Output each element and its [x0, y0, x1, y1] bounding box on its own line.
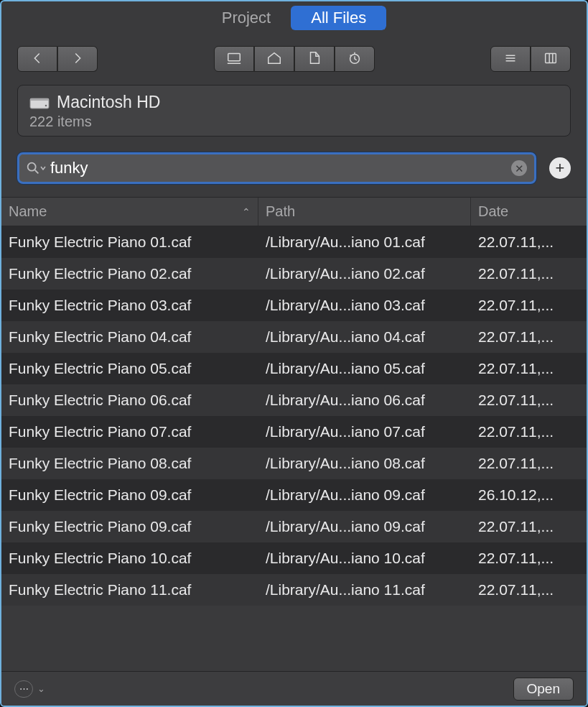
cell-date: 22.07.11,... — [471, 448, 587, 479]
cell-name: Funky Electric Piano 08.caf — [1, 448, 258, 479]
item-count: 222 items — [29, 114, 559, 130]
tab-all-files[interactable]: All Files — [291, 6, 386, 30]
cell-path: /Library/Au...iano 06.caf — [258, 384, 471, 416]
clock-icon — [347, 50, 363, 68]
cell-name: Funky Electric Piano 04.caf — [1, 321, 258, 353]
cell-path: /Library/Au...iano 01.caf — [258, 226, 471, 258]
column-header-date[interactable]: Date — [471, 198, 587, 226]
svg-point-11 — [45, 104, 47, 106]
list-icon — [503, 50, 518, 68]
cell-path: /Library/Au...iano 10.caf — [258, 542, 471, 574]
table-row[interactable]: Funky Electric Piano 02.caf/Library/Au..… — [1, 258, 587, 290]
cell-name: Funky Electric Piano 07.caf — [1, 416, 258, 448]
cell-name: Funky Electric Piano 01.caf — [1, 226, 258, 258]
search-row: ✕ + — [1, 137, 587, 191]
svg-point-12 — [28, 163, 36, 171]
table-row[interactable]: Funky Electric Piano 09.caf/Library/Au..… — [1, 511, 587, 542]
cell-path: /Library/Au...iano 05.caf — [258, 353, 471, 384]
tab-project[interactable]: Project — [202, 6, 291, 30]
scope-tabbar: Project All Files — [1, 1, 587, 32]
recent-button[interactable] — [335, 46, 375, 72]
chevron-right-icon — [70, 50, 85, 68]
computer-button[interactable] — [214, 46, 254, 72]
search-box[interactable]: ✕ — [17, 152, 536, 184]
table-row[interactable]: Funky Electric Piano 11.caf/Library/Au..… — [1, 574, 587, 606]
place-buttons — [214, 46, 375, 72]
columns-view-button[interactable] — [531, 46, 571, 72]
table-row[interactable]: Funky Electric Piano 08.caf/Library/Au..… — [1, 448, 587, 479]
action-menu-button[interactable]: ⋯ — [14, 680, 33, 698]
home-button[interactable] — [254, 46, 294, 72]
cell-path: /Library/Au...iano 07.caf — [258, 416, 471, 448]
action-menu-icon: ⋯ — [19, 683, 29, 694]
cell-name: Funky Electric Piano 02.caf — [1, 258, 258, 290]
home-icon — [266, 50, 282, 68]
cell-path: /Library/Au...iano 09.caf — [258, 511, 471, 542]
column-path-label: Path — [266, 203, 295, 220]
open-button[interactable]: Open — [513, 678, 574, 701]
back-button[interactable] — [17, 46, 57, 72]
svg-rect-6 — [546, 53, 556, 63]
cell-path: /Library/Au...iano 11.caf — [258, 574, 471, 606]
column-date-label: Date — [478, 203, 508, 220]
cell-path: /Library/Au...iano 04.caf — [258, 321, 471, 353]
clear-search-button[interactable]: ✕ — [511, 160, 527, 176]
view-buttons — [490, 46, 571, 72]
cell-date: 22.07.11,... — [471, 574, 587, 606]
cell-name: Funky Electric Piano 10.caf — [1, 542, 258, 574]
scope-segmented: Project All Files — [202, 6, 387, 30]
svg-rect-10 — [30, 98, 49, 101]
results-table: Name ⌃ Path Date Funky Electric Piano 01… — [1, 197, 587, 671]
table-row[interactable]: Funky Electric Piano 09.caf/Library/Au..… — [1, 479, 587, 511]
columns-icon — [543, 50, 559, 68]
table-row[interactable]: Funky Electric Piano 06.caf/Library/Au..… — [1, 384, 587, 416]
add-filter-button[interactable]: + — [549, 157, 571, 179]
column-header-path[interactable]: Path — [258, 198, 471, 226]
search-icon — [25, 160, 47, 176]
cell-date: 22.07.11,... — [471, 226, 587, 258]
action-menu-chevron[interactable]: ⌄ — [37, 683, 45, 694]
cell-date: 22.07.11,... — [471, 290, 587, 321]
cell-path: /Library/Au...iano 09.caf — [258, 479, 471, 511]
cell-name: Funky Electric Piano 06.caf — [1, 384, 258, 416]
list-view-button[interactable] — [490, 46, 531, 72]
clear-icon: ✕ — [515, 163, 524, 174]
table-row[interactable]: Funky Electric Piano 10.caf/Library/Au..… — [1, 542, 587, 574]
cell-name: Funky Electric Piano 09.caf — [1, 511, 258, 542]
cell-path: /Library/Au...iano 02.caf — [258, 258, 471, 290]
cell-path: /Library/Au...iano 03.caf — [258, 290, 471, 321]
column-name-label: Name — [9, 203, 47, 220]
table-header: Name ⌃ Path Date — [1, 198, 587, 226]
cell-name: Funky Electric Piano 11.caf — [1, 574, 258, 606]
plus-icon: + — [556, 159, 565, 177]
cell-date: 22.07.11,... — [471, 258, 587, 290]
cell-path: /Library/Au...iano 08.caf — [258, 448, 471, 479]
cell-date: 26.10.12,... — [471, 479, 587, 511]
project-button[interactable] — [294, 46, 335, 72]
column-header-name[interactable]: Name ⌃ — [1, 198, 258, 226]
table-row[interactable]: Funky Electric Piano 05.caf/Library/Au..… — [1, 353, 587, 384]
table-row[interactable]: Funky Electric Piano 04.caf/Library/Au..… — [1, 321, 587, 353]
search-input[interactable] — [50, 159, 511, 177]
cell-date: 22.07.11,... — [471, 384, 587, 416]
footer: ⋯ ⌄ Open — [1, 671, 587, 706]
cell-name: Funky Electric Piano 03.caf — [1, 290, 258, 321]
chevron-left-icon — [29, 50, 45, 68]
nav-buttons — [17, 46, 98, 72]
svg-rect-0 — [228, 53, 240, 60]
table-row[interactable]: Funky Electric Piano 01.caf/Library/Au..… — [1, 226, 587, 258]
table-row[interactable]: Funky Electric Piano 03.caf/Library/Au..… — [1, 290, 587, 321]
cell-date: 22.07.11,... — [471, 511, 587, 542]
file-browser-window: Project All Files — [0, 0, 588, 707]
location-panel: Macintosh HD 222 items — [17, 85, 571, 137]
table-body: Funky Electric Piano 01.caf/Library/Au..… — [1, 226, 587, 671]
forward-button[interactable] — [57, 46, 98, 72]
cell-name: Funky Electric Piano 09.caf — [1, 479, 258, 511]
sort-asc-icon: ⌃ — [242, 206, 251, 218]
cell-date: 22.07.11,... — [471, 416, 587, 448]
cell-date: 22.07.11,... — [471, 321, 587, 353]
table-row[interactable]: Funky Electric Piano 07.caf/Library/Au..… — [1, 416, 587, 448]
svg-line-13 — [35, 170, 39, 174]
cell-date: 22.07.11,... — [471, 353, 587, 384]
cell-date: 22.07.11,... — [471, 542, 587, 574]
